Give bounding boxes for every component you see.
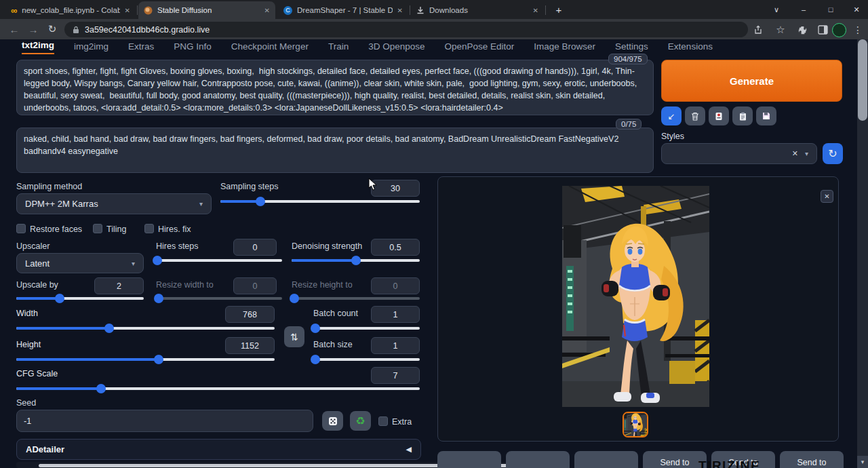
browser-tab-downloads[interactable]: Downloads ✕ [411, 1, 544, 19]
window-close-icon[interactable]: ✕ [845, 0, 868, 19]
save-zip-button[interactable] [506, 451, 570, 468]
styles-dropdown[interactable]: ✕ ▾ [661, 143, 817, 164]
slider-fill [16, 358, 159, 361]
cfg-scale-value[interactable] [371, 367, 420, 384]
denoising-strength-value[interactable] [371, 239, 420, 256]
slider-knob[interactable] [154, 355, 163, 364]
browser-tab-stable-diffusion[interactable]: Stable Diffusion ✕ [138, 1, 275, 19]
forward-icon[interactable]: → [24, 21, 42, 37]
tab-extensions[interactable]: Extensions [668, 41, 713, 54]
tab-openpose-editor[interactable]: OpenPose Editor [444, 41, 514, 54]
hires-steps-slider[interactable] [156, 256, 282, 265]
reuse-seed-recycle-icon[interactable]: ♻ [350, 411, 371, 431]
width-label: Width [16, 309, 38, 318]
batch-size-value[interactable] [371, 337, 420, 354]
width-slider[interactable] [16, 324, 275, 333]
new-tab-button[interactable]: + [549, 0, 568, 19]
browser-tab-colab[interactable]: ∞ new_colab_file.ipynb - Colaborat ✕ [5, 1, 136, 19]
url-bar[interactable]: 3a59ec42041dbb46cb.gradio.live [64, 22, 748, 37]
upscaler-dropdown[interactable]: Latent ▾ [16, 253, 144, 273]
slider-knob[interactable] [96, 384, 106, 393]
read-params-arrow-icon[interactable]: ↙ [661, 106, 682, 125]
sampling-method-dropdown[interactable]: DPM++ 2M Karras ▾ [16, 193, 212, 214]
tab-close-icon[interactable]: ✕ [533, 7, 538, 14]
url-text: 3a59ec42041dbb46cb.gradio.live [85, 25, 210, 35]
send-to-extras-button[interactable]: Send to [780, 451, 844, 468]
tiling-checkbox[interactable] [93, 224, 102, 233]
scrollbar-down-arrow-icon[interactable]: ▾ [857, 456, 868, 468]
apply-style-clipboard-icon[interactable] [732, 106, 753, 125]
tab-3d-openpose[interactable]: 3D Openpose [368, 41, 425, 54]
window-maximize-icon[interactable]: □ [819, 0, 842, 19]
window-menu-icon[interactable]: ∨ [765, 0, 788, 19]
slider-knob[interactable] [256, 197, 265, 206]
upscale-by-label: Upscale by [16, 280, 58, 290]
webui-tab-bar: txt2img img2img Extras PNG Info Checkpoi… [22, 39, 713, 54]
browser-menu-dots-icon[interactable]: ⋮ [850, 22, 865, 37]
sampling-steps-value[interactable] [371, 180, 420, 197]
save-style-floppy-icon[interactable] [756, 106, 776, 125]
slider-knob[interactable] [153, 256, 162, 265]
tab-train[interactable]: Train [328, 41, 349, 54]
hires-steps-value[interactable] [233, 239, 277, 256]
refresh-styles-icon[interactable]: ↻ [823, 143, 843, 164]
tab-settings[interactable]: Settings [615, 41, 648, 54]
reload-icon[interactable]: ↻ [43, 21, 61, 37]
bookmark-star-icon[interactable]: ☆ [773, 22, 788, 37]
cfg-scale-slider[interactable] [16, 384, 420, 393]
share-icon[interactable] [751, 22, 766, 37]
extra-networks-card-icon[interactable] [709, 106, 729, 125]
sampling-steps-slider[interactable] [220, 197, 420, 206]
tab-title: Downloads [429, 6, 528, 14]
side-panel-icon[interactable] [815, 22, 830, 37]
scrollbar-thumb[interactable] [858, 39, 867, 121]
clear-styles-icon[interactable]: ✕ [792, 149, 798, 158]
random-seed-dice-icon[interactable] [322, 411, 343, 431]
browser-tab-dreamshaper[interactable]: C DreamShaper - 7 | Stable Diffusio ✕ [278, 1, 408, 19]
batch-count-value[interactable] [371, 306, 420, 323]
send-to-img2img-button[interactable]: Send to [643, 451, 707, 468]
tab-close-icon[interactable]: ✕ [264, 7, 270, 14]
tab-extras[interactable]: Extras [128, 41, 154, 54]
tab-checkpoint-merger[interactable]: Checkpoint Merger [231, 41, 309, 54]
restore-faces-checkbox[interactable] [16, 224, 26, 233]
slider-knob[interactable] [351, 256, 361, 265]
generated-image-preview[interactable] [562, 186, 709, 407]
batch-count-slider[interactable] [313, 324, 420, 333]
adetailer-accordion[interactable]: ADetailer ◀ [16, 439, 421, 460]
page-scrollbar[interactable]: ▾ [857, 39, 868, 468]
gallery-thumbnail[interactable] [623, 412, 648, 437]
close-preview-icon[interactable]: ✕ [821, 190, 833, 203]
save-image-button[interactable] [437, 451, 501, 468]
extensions-puzzle-icon[interactable] [795, 22, 810, 37]
tab-close-icon[interactable]: ✕ [397, 7, 403, 14]
upscale-by-slider[interactable] [16, 294, 144, 303]
tab-img2img[interactable]: img2img [74, 41, 108, 54]
open-folder-button[interactable] [574, 451, 638, 468]
tab-txt2img[interactable]: txt2img [22, 40, 54, 54]
tab-close-icon[interactable]: ✕ [125, 7, 130, 14]
slider-knob[interactable] [311, 355, 320, 364]
batch-size-slider[interactable] [313, 355, 420, 364]
prompt-input[interactable]: sport shoes, fighter, fight, fight Glove… [16, 60, 654, 115]
height-slider[interactable] [16, 355, 275, 364]
negative-prompt-input[interactable]: naked, child, bad hand, bad draw, bad dr… [16, 128, 654, 173]
slider-knob[interactable] [311, 324, 320, 333]
generate-button[interactable]: Generate [661, 60, 842, 102]
denoising-strength-slider[interactable] [292, 256, 420, 265]
tab-image-browser[interactable]: Image Browser [534, 41, 595, 54]
slider-knob[interactable] [104, 324, 114, 333]
slider-knob[interactable] [55, 294, 64, 303]
upscale-by-value[interactable] [94, 277, 144, 294]
clear-prompt-trash-icon[interactable] [685, 106, 705, 125]
width-value[interactable] [225, 306, 275, 323]
extra-seed-checkbox[interactable] [378, 416, 388, 426]
back-icon[interactable]: ← [5, 21, 23, 37]
height-value[interactable] [225, 337, 275, 354]
seed-input[interactable] [16, 410, 313, 432]
tab-png-info[interactable]: PNG Info [174, 41, 212, 54]
swap-width-height-icon[interactable]: ⇅ [284, 326, 304, 347]
window-minimize-icon[interactable]: – [792, 0, 815, 19]
profile-avatar[interactable] [831, 22, 846, 37]
hires-fix-checkbox[interactable] [144, 224, 154, 233]
